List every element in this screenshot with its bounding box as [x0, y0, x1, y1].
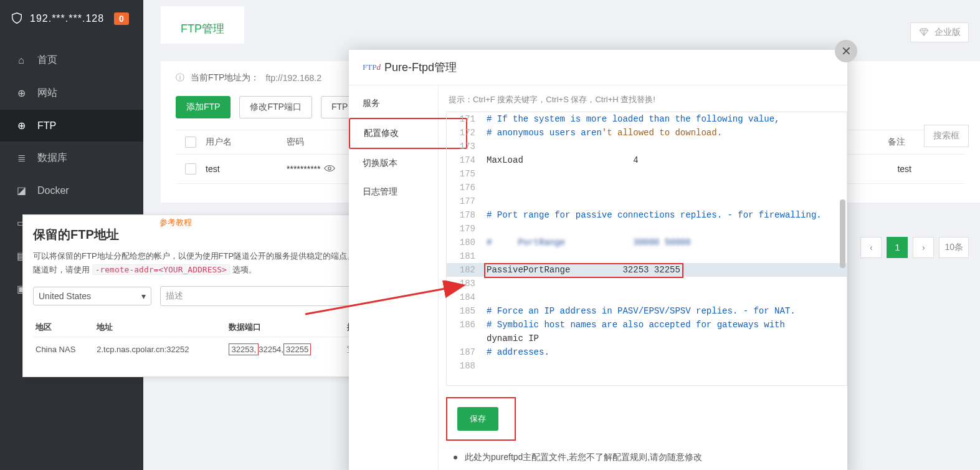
mside-version[interactable]: 切换版本: [349, 149, 438, 178]
nav-home[interactable]: ⌂首页: [0, 44, 143, 77]
line-number: 187: [447, 347, 480, 357]
scrollbar-thumb[interactable]: [840, 199, 845, 268]
rcell-region: China NAS: [33, 337, 94, 362]
code-line[interactable]: 186# Symbolic host names are also accept…: [447, 318, 847, 332]
code-line[interactable]: 176: [447, 181, 847, 194]
rcol-address: 地址: [94, 318, 226, 337]
line-number: 178: [447, 210, 480, 220]
ftpd-logo: FTPd: [363, 62, 381, 72]
code-line[interactable]: 184: [447, 290, 847, 304]
pager: ‹ 1 › 10条: [860, 237, 969, 258]
pager-next[interactable]: ›: [913, 237, 934, 258]
save-button[interactable]: 保存: [457, 407, 498, 431]
globe-icon: ⊕: [15, 87, 27, 99]
port-highlight-2: 32255: [283, 343, 311, 355]
col-user: 用户名: [206, 137, 287, 148]
nav-ftp[interactable]: ⊕FTP: [0, 110, 143, 141]
code-line[interactable]: 171# If the system is more loaded than t…: [447, 112, 847, 126]
code-text: # Port range for passive connections rep…: [480, 210, 822, 220]
code-text: MaxLoad 4: [480, 155, 639, 165]
code-text: # addresses.: [480, 347, 549, 357]
modal-title: FTPd Pure-Ftpd管理: [349, 50, 847, 85]
line-number: 171: [447, 114, 480, 124]
enterprise-tag[interactable]: 企业版: [910, 22, 969, 42]
mside-service[interactable]: 服务: [349, 89, 438, 118]
save-outline: 保存: [446, 397, 516, 441]
eye-icon[interactable]: [324, 164, 335, 175]
row-checkbox[interactable]: [185, 163, 196, 175]
footnote: 此处为pureftpd主配置文件,若您不了解配置规则,请勿随意修改: [446, 441, 847, 466]
bullet-icon: [454, 456, 457, 459]
line-number: 183: [447, 279, 480, 289]
add-ftp-button[interactable]: 添加FTP: [176, 96, 231, 118]
server-ip: 192.***.***.128: [30, 13, 104, 24]
modify-port-button[interactable]: 修改FTP端口: [239, 96, 312, 118]
code-line[interactable]: 181: [447, 249, 847, 263]
search-input[interactable]: 搜索框: [924, 125, 969, 147]
nav-website[interactable]: ⊕网站: [0, 77, 143, 110]
code-line[interactable]: 175: [447, 167, 847, 181]
pager-prev[interactable]: ‹: [860, 237, 882, 258]
pureftpd-modal: ✕ FTPd Pure-Ftpd管理 服务 配置修改 切换版本 日志管理 提示：…: [349, 50, 847, 470]
mside-log[interactable]: 日志管理: [349, 178, 438, 206]
info-icon: ⓘ: [176, 72, 184, 84]
code-line[interactable]: 178# Port range for passive connections …: [447, 208, 847, 222]
col-remark: 备注: [888, 137, 905, 148]
modal-main: 提示：Ctrl+F 搜索关键字，Ctrl+S 保存，Ctrl+H 查找替换! 1…: [439, 85, 847, 470]
rcol-region: 地区: [33, 318, 94, 337]
line-number: 174: [447, 155, 480, 165]
code-line[interactable]: 177: [447, 194, 847, 208]
nav-database[interactable]: ≣数据库: [0, 141, 143, 175]
diamond-icon: [918, 27, 930, 38]
line-number: 177: [447, 196, 480, 206]
passive-highlight: [484, 263, 683, 278]
tab-ftp-manage[interactable]: FTP管理: [161, 6, 244, 44]
line-number: 180: [447, 237, 480, 247]
ftp-icon: ⊕: [15, 120, 27, 132]
code-line[interactable]: 172# anonymous users aren't allowed to d…: [447, 126, 847, 140]
rcol-dataport: 数据端口: [226, 318, 345, 337]
home-icon: ⌂: [15, 55, 27, 66]
topbar: 192.***.***.128 0: [0, 0, 143, 37]
code-text: # Force an IP address in PASV/EPSV/SPSV …: [480, 306, 796, 316]
line-number: 186: [447, 320, 480, 330]
notification-badge[interactable]: 0: [114, 12, 129, 25]
database-icon: ≣: [15, 152, 27, 164]
line-number: 173: [447, 141, 480, 151]
config-editor[interactable]: 171# If the system is more loaded than t…: [446, 112, 847, 386]
modal-body: 服务 配置修改 切换版本 日志管理 提示：Ctrl+F 搜索关键字，Ctrl+S…: [349, 85, 847, 470]
code-line[interactable]: 173: [447, 140, 847, 153]
desc-input[interactable]: 描述: [160, 286, 372, 306]
tab-row: FTP管理: [161, 0, 980, 50]
code-line[interactable]: 180# PortRange 30000 50000: [447, 236, 847, 249]
code-line[interactable]: 187# addresses.: [447, 345, 847, 359]
code-text: dynamic IP: [480, 333, 539, 343]
remote-addr-code: -remote-addr=<YOUR_ADDRESS>: [92, 264, 230, 275]
cell-remark: test: [897, 164, 911, 174]
code-line[interactable]: 174MaxLoad 4: [447, 153, 847, 167]
region-select[interactable]: United States ▾: [33, 287, 151, 305]
code-line[interactable]: 179: [447, 222, 847, 236]
chevron-down-icon: ▾: [141, 291, 146, 301]
rcell-address: 2.tcp.nas.cpolar.cn:32252: [94, 337, 226, 362]
cell-user: test: [206, 164, 287, 174]
reference-link[interactable]: 参考教程: [159, 217, 192, 228]
close-icon[interactable]: ✕: [835, 40, 857, 62]
editor-hint: 提示：Ctrl+F 搜索关键字，Ctrl+S 保存，Ctrl+H 查找替换!: [446, 92, 847, 112]
nav-docker[interactable]: ◪Docker: [0, 175, 143, 206]
svg-point-0: [328, 166, 331, 170]
code-line[interactable]: 188: [447, 359, 847, 373]
line-number: 172: [447, 128, 480, 138]
pager-page-1[interactable]: 1: [887, 237, 908, 258]
line-number: 185: [447, 306, 480, 316]
code-line[interactable]: 183: [447, 277, 847, 290]
select-all-checkbox[interactable]: [185, 137, 196, 148]
pager-size[interactable]: 10条: [939, 237, 969, 258]
code-text: # anonymous users aren't allowed to down…: [480, 128, 722, 138]
code-line[interactable]: dynamic IP: [447, 332, 847, 345]
line-number: 182: [447, 265, 480, 275]
code-text: # Symbolic host names are also accepted …: [480, 320, 785, 330]
save-area: 保存: [446, 386, 847, 441]
code-line[interactable]: 185# Force an IP address in PASV/EPSV/SP…: [447, 304, 847, 318]
port-highlight: 32253,: [229, 343, 259, 355]
